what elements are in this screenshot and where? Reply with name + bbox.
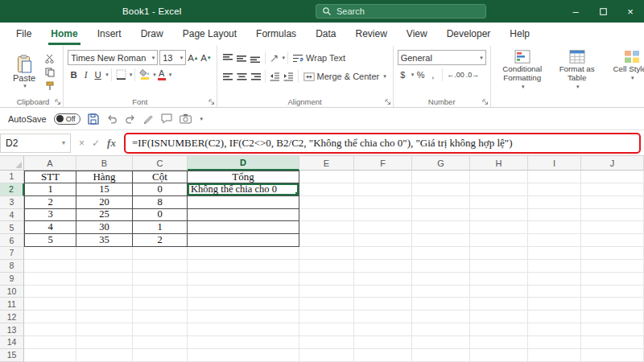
cell-E13[interactable] (299, 323, 354, 336)
cell-B15[interactable] (76, 349, 133, 362)
cell-H2[interactable] (470, 183, 528, 196)
cell-H11[interactable] (470, 298, 528, 311)
column-header-C[interactable]: C (133, 156, 188, 171)
cell-G12[interactable] (412, 311, 470, 323)
cell-A1[interactable]: STT (24, 171, 76, 183)
cell-J12[interactable] (581, 311, 644, 323)
row-header-14[interactable]: 14 (0, 336, 24, 349)
cell-B3[interactable]: 20 (76, 196, 133, 209)
cell-H10[interactable] (470, 286, 528, 298)
select-all-button[interactable] (0, 156, 24, 171)
cell-J7[interactable] (581, 247, 644, 260)
cell-G6[interactable] (412, 234, 470, 247)
font-size-combo[interactable]: 13 ▾ (159, 50, 186, 65)
row-header-3[interactable]: 3 (0, 196, 24, 209)
cell-F14[interactable] (354, 336, 412, 349)
font-name-combo[interactable]: Times New Roman ▾ (68, 50, 158, 65)
cell-C3[interactable]: 8 (133, 196, 188, 209)
row-header-2[interactable]: 2 (0, 183, 24, 196)
cell-C6[interactable]: 2 (133, 234, 188, 247)
tab-formulas[interactable]: Formulas (246, 23, 306, 45)
column-header-I[interactable]: I (528, 156, 581, 171)
orientation-dropdown-icon[interactable]: ▾ (283, 55, 286, 61)
cell-J15[interactable] (581, 349, 644, 362)
cell-D8[interactable] (188, 260, 299, 273)
cell-B4[interactable]: 25 (76, 209, 133, 222)
cell-A9[interactable] (24, 273, 76, 286)
cell-D15[interactable] (188, 349, 299, 362)
cell-G2[interactable] (412, 183, 470, 196)
autosave-toggle[interactable]: Off (54, 113, 80, 125)
cell-I3[interactable] (528, 196, 581, 209)
cell-D4[interactable] (188, 209, 299, 222)
font-dialog-launcher-icon[interactable] (208, 99, 215, 105)
cell-A12[interactable] (24, 311, 76, 323)
cell-G11[interactable] (412, 298, 470, 311)
row-header-1[interactable]: 1 (0, 171, 24, 183)
cell-I1[interactable] (528, 171, 581, 183)
cell-J13[interactable] (581, 323, 644, 336)
cancel-icon[interactable]: × (79, 138, 85, 149)
cell-styles-button[interactable]: Cell Styles ▾ (606, 50, 644, 97)
align-middle-icon[interactable] (235, 54, 249, 63)
fill-color-icon[interactable] (138, 68, 151, 81)
cell-C4[interactable]: 0 (133, 209, 188, 222)
cell-E11[interactable] (299, 298, 354, 311)
tab-home[interactable]: Home (41, 23, 87, 45)
cell-F11[interactable] (354, 298, 412, 311)
camera-icon[interactable] (180, 113, 192, 124)
cell-A2[interactable]: 1 (24, 183, 76, 196)
cell-A5[interactable]: 4 (24, 221, 76, 234)
cell-J14[interactable] (581, 336, 644, 349)
cell-I14[interactable] (528, 336, 581, 349)
cell-C8[interactable] (133, 260, 188, 273)
cell-D7[interactable] (188, 247, 299, 260)
insert-function-icon[interactable]: fx (107, 137, 116, 150)
align-right-icon[interactable] (249, 72, 262, 81)
cell-A13[interactable] (24, 323, 76, 336)
cell-E1[interactable] (299, 171, 354, 183)
tab-help[interactable]: Help (500, 23, 539, 45)
cell-F6[interactable] (354, 234, 412, 247)
underline-dropdown-icon[interactable]: ▾ (105, 72, 109, 78)
cell-E6[interactable] (299, 234, 354, 247)
cell-I11[interactable] (528, 298, 581, 311)
cell-E10[interactable] (299, 286, 354, 298)
enter-icon[interactable]: ✓ (92, 138, 100, 149)
cell-C11[interactable] (133, 298, 188, 311)
cell-C1[interactable]: Cột (133, 171, 188, 183)
cell-G14[interactable] (412, 336, 470, 349)
cell-G5[interactable] (412, 221, 470, 234)
cell-J2[interactable] (581, 183, 644, 196)
cell-H13[interactable] (470, 323, 528, 336)
tab-draw[interactable]: Draw (131, 23, 173, 45)
row-header-6[interactable]: 6 (0, 234, 24, 247)
clipboard-dialog-launcher-icon[interactable] (55, 99, 61, 105)
borders-icon[interactable] (114, 69, 128, 80)
decrease-indent-icon[interactable] (268, 72, 282, 81)
redo-icon[interactable] (125, 114, 136, 124)
tab-insert[interactable]: Insert (88, 23, 131, 45)
increase-decimal-icon[interactable]: ←.00 (447, 71, 464, 79)
cell-E3[interactable] (299, 196, 354, 209)
cell-C10[interactable] (133, 286, 188, 298)
italic-button[interactable]: I (80, 68, 92, 81)
cell-A10[interactable] (24, 286, 76, 298)
paste-button[interactable]: Paste ▾ (7, 54, 41, 90)
row-header-9[interactable]: 9 (0, 273, 24, 286)
cell-J5[interactable] (581, 221, 644, 234)
cell-A4[interactable]: 3 (24, 209, 76, 222)
row-header-11[interactable]: 11 (0, 298, 24, 311)
column-header-B[interactable]: B (76, 156, 133, 171)
cell-H12[interactable] (470, 311, 528, 323)
cell-J4[interactable] (581, 209, 644, 222)
cell-J8[interactable] (581, 260, 644, 273)
row-header-15[interactable]: 15 (0, 349, 24, 362)
borders-dropdown-icon[interactable]: ▾ (130, 72, 133, 78)
cut-icon[interactable] (45, 54, 55, 64)
cell-H6[interactable] (470, 234, 528, 247)
column-header-G[interactable]: G (412, 156, 470, 171)
column-header-J[interactable]: J (581, 156, 644, 171)
customize-toolbar-icon[interactable]: ▾ (200, 116, 204, 122)
comma-button[interactable]: , (427, 70, 438, 80)
